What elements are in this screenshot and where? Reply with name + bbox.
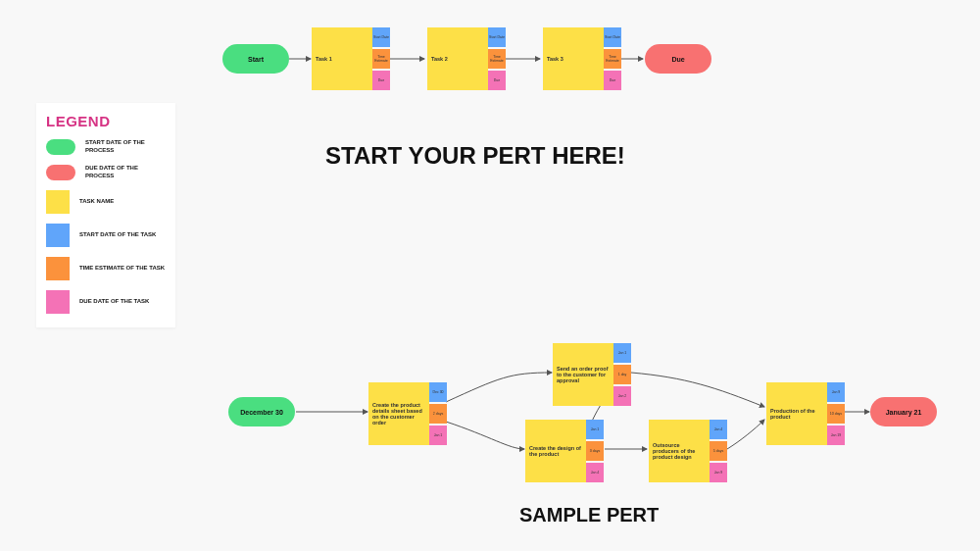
sample-task-3[interactable]: Create the design of the product Jan 1 3… <box>525 420 604 482</box>
task-start: Jan 4 <box>710 420 727 439</box>
sample-task-5[interactable]: Production of the product Jan 9 10 days … <box>766 382 845 445</box>
swatch-yellow <box>46 190 70 214</box>
task-meta: Jan 1 3 days Jan 4 <box>586 420 604 482</box>
task-due: Jan 1 <box>429 426 447 445</box>
sample-due-node[interactable]: January 21 <box>870 397 937 426</box>
sample-task-1[interactable]: Create the product details sheet based o… <box>368 382 447 445</box>
task-meta: Jan 1 1 day Jan 2 <box>613 343 631 406</box>
task-due: Jan 4 <box>586 463 604 482</box>
task-name: Task 1 <box>312 27 372 90</box>
task-due: Jan 9 <box>710 463 727 482</box>
task-estimate: Time Estimate <box>488 49 506 69</box>
template-task-3[interactable]: Task 3 Start Date Time Estimate Due <box>543 27 621 90</box>
task-start: Start Date <box>488 27 506 47</box>
task-meta: Start Date Time Estimate Due <box>604 27 621 90</box>
legend-label: DUE DATE OF THE TASK <box>79 298 149 306</box>
template-task-2[interactable]: Task 2 Start Date Time Estimate Due <box>427 27 506 90</box>
legend-row-due-task: DUE DATE OF THE TASK <box>46 290 166 314</box>
task-estimate: Time Estimate <box>372 49 390 69</box>
legend-row-start-task: START DATE OF THE TASK <box>46 224 166 247</box>
task-name: Outsource producers of the product desig… <box>649 420 710 482</box>
sample-task-4[interactable]: Outsource producers of the product desig… <box>649 420 727 482</box>
task-meta: Dec 30 2 days Jan 1 <box>429 382 447 445</box>
task-start: Jan 1 <box>586 420 604 439</box>
swatch-red-pill <box>46 165 75 180</box>
task-due: Jan 19 <box>827 426 845 445</box>
task-due: Due <box>372 71 390 90</box>
task-due: Jan 2 <box>613 386 631 406</box>
heading-top: START YOUR PERT HERE! <box>325 142 625 170</box>
template-due-node[interactable]: Due <box>645 44 711 74</box>
task-estimate: 10 days <box>827 404 845 424</box>
swatch-green-pill <box>46 139 75 155</box>
task-name: Send an order proof to the customer for … <box>553 343 613 406</box>
legend-label: START DATE OF THE PROCESS <box>85 139 166 155</box>
task-due: Due <box>488 71 506 90</box>
task-start: Jan 9 <box>827 382 845 402</box>
task-start: Start Date <box>604 27 621 47</box>
task-meta: Jan 9 10 days Jan 19 <box>827 382 845 445</box>
legend-row-task-name: TASK NAME <box>46 190 166 214</box>
task-start: Start Date <box>372 27 390 47</box>
pill-label: January 21 <box>886 409 922 416</box>
legend-row-estimate-task: TIME ESTIMATE OF THE TASK <box>46 257 166 280</box>
swatch-orange <box>46 257 70 280</box>
task-estimate: Time Estimate <box>604 49 621 69</box>
legend-label: TIME ESTIMATE OF THE TASK <box>79 265 165 273</box>
swatch-blue <box>46 224 70 247</box>
task-name: Production of the product <box>766 382 827 445</box>
pill-label: December 30 <box>240 409 283 416</box>
template-task-1[interactable]: Task 1 Start Date Time Estimate Due <box>312 27 390 90</box>
legend-title: LEGEND <box>46 113 166 129</box>
task-name: Task 2 <box>427 27 488 90</box>
task-estimate: 1 day <box>613 365 631 384</box>
task-meta: Start Date Time Estimate Due <box>372 27 390 90</box>
legend-panel: LEGEND START DATE OF THE PROCESS DUE DAT… <box>36 103 175 327</box>
task-start: Jan 1 <box>613 343 631 363</box>
task-estimate: 2 days <box>429 404 447 424</box>
task-meta: Start Date Time Estimate Due <box>488 27 506 90</box>
legend-label: TASK NAME <box>79 198 114 206</box>
swatch-pink <box>46 290 70 314</box>
legend-label: DUE DATE OF THE PROCESS <box>85 165 166 180</box>
sample-task-2[interactable]: Send an order proof to the customer for … <box>553 343 631 406</box>
sample-start-node[interactable]: December 30 <box>228 397 295 426</box>
legend-row-start-process: START DATE OF THE PROCESS <box>46 139 166 155</box>
task-estimate: 3 days <box>586 441 604 461</box>
task-estimate: 5 days <box>710 441 727 461</box>
heading-bottom: SAMPLE PERT <box>519 504 659 526</box>
pill-label: Start <box>248 56 264 63</box>
task-name: Task 3 <box>543 27 604 90</box>
template-start-node[interactable]: Start <box>222 44 289 74</box>
legend-label: START DATE OF THE TASK <box>79 231 156 239</box>
task-due: Due <box>604 71 621 90</box>
task-name: Create the design of the product <box>525 420 586 482</box>
task-name: Create the product details sheet based o… <box>368 382 429 445</box>
legend-row-due-process: DUE DATE OF THE PROCESS <box>46 165 166 180</box>
task-start: Dec 30 <box>429 382 447 402</box>
pill-label: Due <box>671 56 684 63</box>
task-meta: Jan 4 5 days Jan 9 <box>710 420 727 482</box>
